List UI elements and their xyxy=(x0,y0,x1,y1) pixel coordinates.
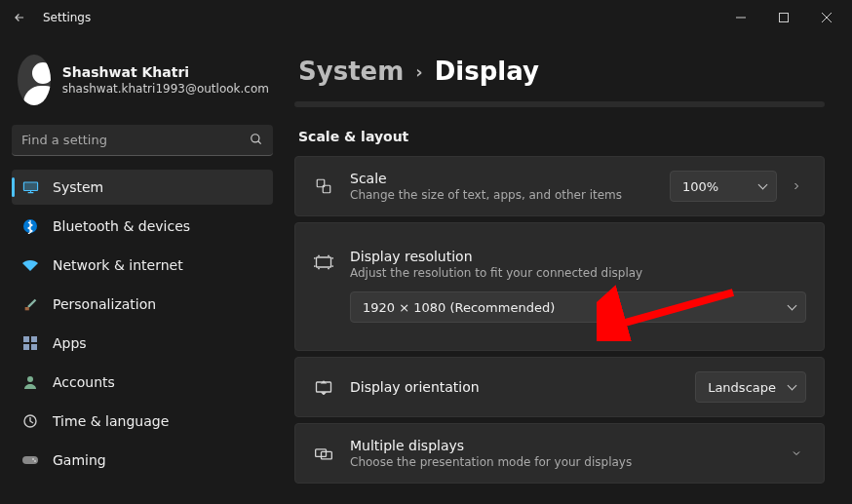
multiple-sub: Choose the presentation mode for your di… xyxy=(350,455,771,469)
scale-title: Scale xyxy=(350,171,654,186)
breadcrumb-current: Display xyxy=(435,57,539,86)
svg-point-12 xyxy=(32,458,34,460)
svg-rect-4 xyxy=(24,307,28,310)
avatar xyxy=(18,55,51,105)
sidebar-item-apps[interactable]: Apps xyxy=(12,326,273,361)
brush-icon xyxy=(21,297,39,312)
resolution-icon xyxy=(313,254,334,270)
sidebar-item-bluetooth-devices[interactable]: Bluetooth & devices xyxy=(12,209,273,244)
sidebar-item-label: Network & internet xyxy=(53,257,183,273)
resolution-sub: Adjust the resolution to fit your connec… xyxy=(350,266,806,280)
sidebar-item-label: Apps xyxy=(53,335,87,351)
bt-icon xyxy=(21,218,39,234)
chevron-right-icon[interactable] xyxy=(787,180,806,192)
sidebar-item-label: Bluetooth & devices xyxy=(53,218,190,234)
apps-icon xyxy=(21,336,39,350)
card-scale[interactable]: Scale Change the size of text, apps, and… xyxy=(294,156,825,216)
search-input[interactable] xyxy=(12,125,273,156)
sidebar-item-personalization[interactable]: Personalization xyxy=(12,287,273,322)
sidebar-item-label: Time & language xyxy=(53,413,169,429)
search-box[interactable] xyxy=(12,125,273,156)
svg-rect-0 xyxy=(780,14,789,22)
sidebar-item-system[interactable]: System xyxy=(12,170,273,205)
breadcrumb-parent[interactable]: System xyxy=(298,57,404,86)
time-icon xyxy=(21,414,39,428)
multiple-displays-icon xyxy=(313,446,334,461)
close-button[interactable] xyxy=(805,2,848,33)
orientation-select[interactable]: Landscape xyxy=(695,371,806,403)
breadcrumb: System › Display xyxy=(294,57,825,86)
resolution-title: Display resolution xyxy=(350,249,806,264)
sidebar-item-label: System xyxy=(53,179,103,195)
svg-rect-5 xyxy=(23,336,29,342)
svg-rect-16 xyxy=(317,257,331,267)
resolution-select[interactable]: 1920 × 1080 (Recommended) xyxy=(350,291,806,323)
card-resolution[interactable]: Display resolution Adjust the resolution… xyxy=(294,222,825,351)
chevron-right-icon: › xyxy=(415,61,422,82)
section-title: Scale & layout xyxy=(298,129,825,144)
scale-select[interactable]: 100% xyxy=(670,171,777,202)
back-button[interactable] xyxy=(4,2,35,33)
sidebar-item-label: Gaming xyxy=(53,452,106,468)
svg-rect-7 xyxy=(23,344,29,350)
profile-name: Shashwat Khatri xyxy=(62,64,269,80)
svg-point-13 xyxy=(34,460,36,462)
orientation-icon xyxy=(313,379,334,395)
sidebar-item-gaming[interactable]: Gaming xyxy=(12,443,273,478)
maximize-button[interactable] xyxy=(762,2,805,33)
sidebar-item-time-language[interactable]: Time & language xyxy=(12,404,273,439)
profile-email: shashwat.khatri1993@outlook.com xyxy=(62,82,269,96)
svg-rect-11 xyxy=(22,456,38,464)
svg-rect-2 xyxy=(23,182,37,191)
svg-point-1 xyxy=(252,135,259,142)
sidebar-item-network-internet[interactable]: Network & internet xyxy=(12,248,273,283)
profile-block[interactable]: Shashwat Khatri shashwat.khatri1993@outl… xyxy=(12,47,273,119)
scale-icon xyxy=(313,177,334,195)
system-icon xyxy=(21,180,39,194)
header-divider xyxy=(294,101,825,107)
acc-icon xyxy=(21,375,39,389)
minimize-button[interactable] xyxy=(719,2,762,33)
window-title: Settings xyxy=(43,11,91,24)
chevron-down-icon[interactable] xyxy=(787,447,806,459)
scale-sub: Change the size of text, apps, and other… xyxy=(350,188,654,202)
search-icon xyxy=(250,133,263,146)
sidebar-item-label: Personalization xyxy=(53,296,156,312)
sidebar-item-label: Accounts xyxy=(53,374,115,390)
svg-point-9 xyxy=(27,376,33,382)
multiple-title: Multiple displays xyxy=(350,438,771,453)
card-orientation[interactable]: Display orientation Landscape xyxy=(294,357,825,417)
card-multiple-displays[interactable]: Multiple displays Choose the presentatio… xyxy=(294,423,825,484)
svg-rect-6 xyxy=(31,336,37,342)
orientation-title: Display orientation xyxy=(350,379,679,395)
svg-rect-8 xyxy=(31,344,37,350)
game-icon xyxy=(21,454,39,466)
sidebar-item-accounts[interactable]: Accounts xyxy=(12,365,273,400)
wifi-icon xyxy=(21,259,39,271)
